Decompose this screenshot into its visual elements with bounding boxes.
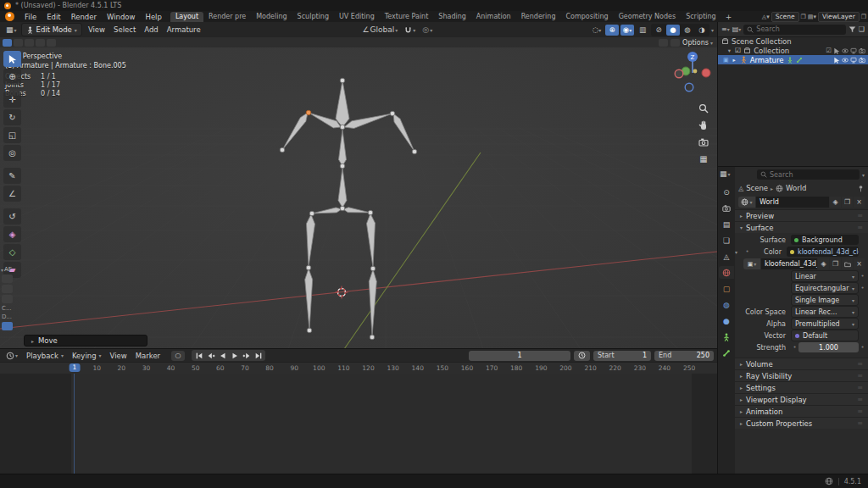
disable-viewport-icon[interactable]	[850, 47, 857, 54]
image-source-dropdown[interactable]: Single Image▾	[791, 294, 859, 306]
mode-dropdown[interactable]: Edit Mode▾	[21, 23, 82, 36]
menu-render[interactable]: Render	[66, 13, 102, 21]
panel-custom-properties[interactable]: ▸Custom Properties≡	[735, 417, 868, 429]
bone[interactable]	[309, 113, 341, 128]
workspace-tab-texture-paint[interactable]: Texture Paint	[380, 12, 434, 22]
toolsettings-icon-2[interactable]	[14, 39, 23, 47]
properties-tab-physics[interactable]: ◍	[719, 298, 734, 311]
joint[interactable]	[307, 328, 312, 333]
joint[interactable]	[340, 125, 345, 130]
toolsettings-icon-3[interactable]	[25, 39, 34, 47]
tool-scale[interactable]: ◱	[3, 127, 21, 143]
joint[interactable]	[370, 266, 376, 271]
breadcrumb-scene[interactable]: Scene	[746, 184, 768, 192]
new-collection-icon[interactable]: ❏	[859, 25, 865, 33]
alpha-dropdown[interactable]: Premultiplied▾	[791, 318, 859, 330]
disable-viewport-icon[interactable]	[850, 57, 857, 64]
interpolation-dropdown[interactable]: Linear▾	[791, 270, 859, 282]
unlink-close-icon[interactable]: ×	[854, 258, 865, 269]
joint[interactable]	[340, 206, 345, 211]
joint[interactable]	[390, 111, 395, 116]
play-button[interactable]	[229, 351, 240, 360]
breadcrumb-world[interactable]: World	[786, 184, 806, 192]
tool-roll[interactable]: ↺	[3, 208, 21, 225]
vector-field[interactable]: Default	[791, 330, 859, 341]
shading-wireframe-button[interactable]: ⊘	[652, 25, 665, 36]
animate-dot-icon[interactable]: •	[859, 344, 866, 351]
transform-orientation-dropdown[interactable]: ∠ Global▾	[359, 25, 400, 34]
joint[interactable]	[309, 211, 314, 216]
selectable-cursor-icon[interactable]	[833, 57, 840, 64]
chevron-down-icon[interactable]: ▾	[726, 47, 732, 54]
workspace-tab-rendering[interactable]: Rendering	[516, 12, 561, 22]
bone[interactable]	[369, 269, 376, 336]
bone[interactable]	[312, 208, 342, 214]
strength-slider[interactable]: 1.000	[798, 342, 859, 352]
panel-ray-visibility[interactable]: ▸Ray Visibility≡	[735, 369, 868, 381]
play-reverse-button[interactable]	[217, 351, 228, 360]
toolsettings-icon-1[interactable]	[3, 39, 12, 47]
workspace-tab-animation[interactable]: Animation	[471, 12, 516, 22]
blender-menu-icon[interactable]	[5, 12, 14, 21]
xray-toggle[interactable]: ▥	[636, 25, 649, 36]
toolsettings-icon-5[interactable]	[47, 39, 56, 47]
disable-render-icon[interactable]	[859, 57, 865, 64]
mirror-x-icon[interactable]	[659, 39, 668, 47]
next-keyframe-button[interactable]	[241, 351, 252, 360]
snap-toggle[interactable]: ▾	[402, 26, 418, 34]
joint[interactable]	[340, 78, 345, 83]
perspective-toggle-icon[interactable]: ▦	[699, 154, 707, 164]
image-browse-dropdown[interactable]: ▣▾	[743, 258, 760, 269]
ae-item-d[interactable]: D...	[2, 313, 17, 320]
options-dropdown[interactable]: Options▾	[682, 39, 715, 47]
current-frame-badge[interactable]: 1	[70, 363, 81, 372]
properties-tab-constraints[interactable]: ●	[719, 314, 734, 327]
properties-search[interactable]	[757, 169, 860, 180]
tool-bone-envelope[interactable]: ◈	[3, 226, 21, 242]
visibility-dropdown[interactable]: ◌▾	[590, 25, 604, 36]
projection-dropdown[interactable]: Equirectangular▾	[791, 282, 859, 294]
properties-tab-bone[interactable]	[719, 347, 734, 359]
chevron-down-icon[interactable]: ▾	[862, 172, 865, 178]
workspace-tab-modeling[interactable]: Modeling	[251, 12, 292, 22]
timeline-menu-keying[interactable]: Keying▾	[68, 352, 106, 360]
shading-rendered-button[interactable]: ◑	[695, 25, 709, 36]
pan-hand-icon[interactable]	[698, 120, 709, 130]
fake-user-icon[interactable]: ◈	[818, 258, 829, 269]
tool-annotate[interactable]: ✎	[3, 168, 21, 184]
bone[interactable]	[305, 269, 313, 330]
navigation-gizmo[interactable]: Z	[675, 52, 710, 92]
properties-tab-object[interactable]: ▢	[719, 282, 734, 295]
joint[interactable]	[370, 335, 375, 340]
workspace-tab-scripting[interactable]: Scripting	[681, 12, 721, 22]
show-gizmo-toggle[interactable]: ⊕	[605, 25, 619, 36]
workspace-tab-shading[interactable]: Shading	[433, 12, 471, 22]
timeline-menu-marker[interactable]: Marker	[131, 352, 164, 360]
bone[interactable]	[338, 168, 347, 208]
panel-preview[interactable]: ▸ Preview ≡	[735, 209, 868, 221]
bone[interactable]	[344, 114, 392, 129]
properties-tab-scene[interactable]: ◬	[719, 250, 734, 263]
workspace-tab-render-pre[interactable]: Render pre	[203, 12, 251, 22]
pin-icon[interactable]	[857, 185, 865, 192]
ae-item-c[interactable]: C...	[2, 305, 17, 312]
tool-cursor-3d[interactable]: ⊕	[3, 69, 21, 85]
world-browse-dropdown[interactable]: ▾	[738, 197, 755, 208]
camera-view-icon[interactable]	[698, 137, 709, 147]
show-overlays-toggle[interactable]: ◉▾	[620, 25, 634, 36]
fake-user-icon[interactable]: ◈	[830, 197, 841, 208]
outliner-search[interactable]	[743, 25, 846, 35]
ae-swatch-2[interactable]	[2, 285, 13, 293]
ae-panel[interactable]: ▾AE C... D...	[1, 266, 17, 330]
joint-selected[interactable]	[306, 110, 311, 115]
zoom-icon[interactable]	[698, 103, 709, 114]
joint[interactable]	[368, 210, 373, 215]
chevron-down-icon[interactable]: ▾	[735, 249, 743, 255]
panel-settings[interactable]: ▸Settings≡	[735, 381, 868, 393]
outliner-row-collection[interactable]: ▾ ☑ Collection ☑	[718, 46, 868, 55]
workspace-tab-compositing[interactable]: Compositing	[560, 12, 613, 22]
exclude-checkbox[interactable]: ☑	[826, 47, 832, 54]
joint[interactable]	[280, 147, 285, 152]
viewport-menu-select[interactable]: Select	[109, 25, 140, 34]
viewport-menu-view[interactable]: View	[84, 25, 109, 34]
